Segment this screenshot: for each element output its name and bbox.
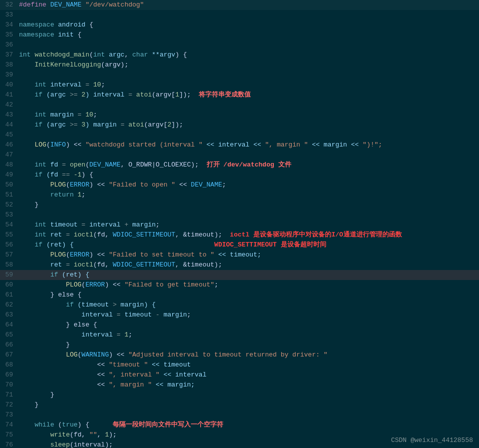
line-content: namespace android {	[19, 20, 93, 30]
line-number: 61	[0, 290, 19, 300]
line-content: << ", interval " << interval	[19, 370, 206, 380]
code-line: 65 interval = 1;	[0, 330, 479, 340]
line-number: 43	[0, 110, 19, 120]
line-number: 65	[0, 330, 19, 340]
line-content: }	[19, 390, 54, 400]
line-number: 71	[0, 390, 19, 400]
line-content: namespace init {	[19, 30, 82, 40]
line-number: 39	[0, 70, 19, 80]
line-content: interval = timeout - margin;	[19, 310, 191, 320]
line-content: PLOG(ERROR) << "Failed to get timeout";	[19, 280, 218, 290]
code-line: 39	[0, 70, 479, 80]
line-content: }	[19, 400, 39, 410]
line-number: 34	[0, 20, 19, 30]
line-content: write(fd, "", 1);	[19, 430, 117, 440]
line-number: 67	[0, 350, 19, 360]
line-number: 63	[0, 310, 19, 320]
line-content: if (ret) {	[19, 270, 89, 280]
line-content: ret = ioctl(fd, WDIOC_GETTIMEOUT, &timeo…	[19, 260, 222, 270]
code-line: 58 ret = ioctl(fd, WDIOC_GETTIMEOUT, &ti…	[0, 260, 479, 270]
line-content: PLOG(ERROR) << "Failed to set timeout to…	[19, 250, 261, 260]
line-number: 60	[0, 280, 19, 290]
line-number: 41	[0, 90, 19, 100]
code-line: 36	[0, 40, 479, 50]
code-line: 68 << "timeout " << timeout	[0, 360, 479, 370]
code-line: 71 }	[0, 390, 479, 400]
code-line: 45	[0, 130, 479, 140]
line-content: if (timeout > margin) {	[19, 300, 156, 310]
line-number: 49	[0, 170, 19, 180]
line-number: 42	[0, 100, 19, 110]
code-container: 32#define DEV_NAME "/dev/watchdog"33 34n…	[0, 0, 479, 448]
line-number: 75	[0, 430, 19, 440]
line-content: int margin = 10;	[19, 110, 97, 120]
line-content	[19, 70, 23, 80]
line-content: InitKernelLogging(argv);	[19, 60, 128, 70]
line-content: if (ret) { WDIOC_SETTIMEOUT 是设备超时时间	[19, 240, 326, 250]
line-content	[19, 10, 23, 20]
line-number: 72	[0, 400, 19, 410]
line-content	[19, 130, 23, 140]
code-line: 57 PLOG(ERROR) << "Failed to set timeout…	[0, 250, 479, 260]
code-line: 56 if (ret) { WDIOC_SETTIMEOUT 是设备超时时间	[0, 240, 479, 250]
line-number: 58	[0, 260, 19, 270]
code-line: 42	[0, 100, 479, 110]
line-content: } else {	[19, 290, 82, 300]
code-line: 44 if (argc >= 3) margin = atoi(argv[2])…	[0, 120, 479, 130]
line-content: LOG(INFO) << "watchdogd started (interva…	[19, 140, 382, 150]
line-number: 70	[0, 380, 19, 390]
line-content	[19, 100, 23, 110]
code-line: 34namespace android {	[0, 20, 479, 30]
line-content: sleep(interval);	[19, 440, 113, 448]
line-content: LOG(WARNING) << "Adjusted interval to ti…	[19, 350, 327, 360]
code-line: 61 } else {	[0, 290, 479, 300]
code-line: 49 if (fd == -1) {	[0, 170, 479, 180]
code-line: 48 int fd = open(DEV_NAME, O_RDWR|O_CLOE…	[0, 160, 479, 170]
line-number: 37	[0, 50, 19, 60]
line-content	[19, 150, 23, 160]
code-line: 62 if (timeout > margin) {	[0, 300, 479, 310]
line-number: 68	[0, 360, 19, 370]
line-number: 44	[0, 120, 19, 130]
watermark: CSDN @weixin_44128558	[391, 436, 473, 444]
line-number: 57	[0, 250, 19, 260]
code-line: 40 int interval = 10;	[0, 80, 479, 90]
line-content: int interval = 10;	[19, 80, 105, 90]
line-content: int watchdogd_main(int argc, char **argv…	[19, 50, 187, 60]
code-line: 54 int timeout = interval + margin;	[0, 220, 479, 230]
line-content	[19, 40, 23, 50]
line-content: << ", margin " << margin;	[19, 380, 195, 390]
code-line: 37int watchdogd_main(int argc, char **ar…	[0, 50, 479, 60]
line-content: int ret = ioctl(fd, WDIOC_SETTIMEOUT, &t…	[19, 230, 402, 240]
code-line: 64 } else {	[0, 320, 479, 330]
line-number: 47	[0, 150, 19, 160]
code-line: 67 LOG(WARNING) << "Adjusted interval to…	[0, 350, 479, 360]
line-number: 45	[0, 130, 19, 140]
line-content: PLOG(ERROR) << "Failed to open " << DEV_…	[19, 180, 226, 190]
line-number: 33	[0, 10, 19, 20]
code-line: 60 PLOG(ERROR) << "Failed to get timeout…	[0, 280, 479, 290]
code-line: 46 LOG(INFO) << "watchdogd started (inte…	[0, 140, 479, 150]
code-line: 72 }	[0, 400, 479, 410]
code-line: 70 << ", margin " << margin;	[0, 380, 479, 390]
line-number: 56	[0, 240, 19, 250]
line-number: 48	[0, 160, 19, 170]
code-line: 35namespace init {	[0, 30, 479, 40]
line-content	[19, 410, 23, 420]
code-line: 47	[0, 150, 479, 160]
line-content: while (true) { 每隔一段时间向文件中写入一个空字符	[19, 420, 223, 430]
line-number: 74	[0, 420, 19, 430]
code-line: 50 PLOG(ERROR) << "Failed to open " << D…	[0, 180, 479, 190]
line-content: if (argc >= 2) interval = atoi(argv[1]);…	[19, 90, 251, 100]
line-number: 55	[0, 230, 19, 240]
line-number: 54	[0, 220, 19, 230]
line-number: 64	[0, 320, 19, 330]
line-number: 46	[0, 140, 19, 150]
line-content: if (argc >= 3) margin = atoi(argv[2]);	[19, 120, 183, 130]
line-content: return 1;	[19, 190, 86, 200]
line-content: } else {	[19, 320, 97, 330]
line-number: 50	[0, 180, 19, 190]
line-number: 59	[0, 270, 19, 280]
code-line: 59 if (ret) {	[0, 270, 479, 280]
line-number: 38	[0, 60, 19, 70]
